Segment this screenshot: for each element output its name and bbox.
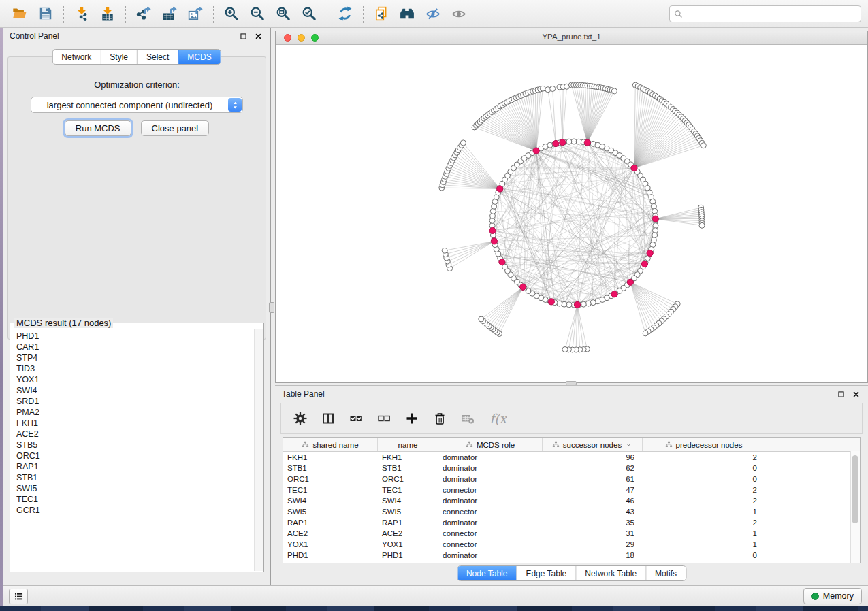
delete-button[interactable] <box>433 412 447 425</box>
show-all-button[interactable] <box>446 3 472 24</box>
table-row[interactable]: SWI4SWI4dominator462 <box>283 495 860 506</box>
mcds-result-item[interactable]: YOX1 <box>16 374 254 385</box>
close-panel-button[interactable]: Close panel <box>141 120 210 136</box>
memory-button[interactable]: Memory <box>803 588 862 604</box>
find-button[interactable] <box>394 3 420 24</box>
table-cell: 31 <box>543 529 643 538</box>
zoom-in-icon <box>224 6 239 21</box>
column-header-successor-nodes[interactable]: successor nodes <box>543 438 643 451</box>
column-header-name[interactable]: name <box>378 438 438 451</box>
clone-network-button[interactable] <box>368 3 394 24</box>
task-history-button[interactable] <box>9 589 28 604</box>
hide-selected-button[interactable] <box>420 3 446 24</box>
mcds-result-item[interactable]: STB1 <box>16 472 254 483</box>
table-cell: SWI4 <box>283 497 378 505</box>
mcds-result-scrollbar[interactable] <box>254 329 263 571</box>
control-panel-float-button[interactable] <box>238 31 248 42</box>
memory-label: Memory <box>823 591 854 601</box>
gear-button[interactable] <box>293 412 307 425</box>
deselect-all-button[interactable] <box>377 412 391 425</box>
tab-mcds[interactable]: MCDS <box>178 50 220 64</box>
table-cell: 0 <box>643 475 765 483</box>
import-table-button[interactable] <box>95 3 120 24</box>
mcds-result-item[interactable]: TID3 <box>16 363 254 374</box>
table-cell: 0 <box>643 464 765 472</box>
table-row[interactable]: SWI5SWI5connector431 <box>283 506 860 517</box>
tab-style[interactable]: Style <box>100 50 137 64</box>
export-image-button[interactable] <box>182 3 208 24</box>
find-icon <box>400 6 415 21</box>
mcds-result-item[interactable]: PMA2 <box>16 407 254 418</box>
mcds-result-title: MCDS result (17 nodes) <box>14 318 113 328</box>
save-session-button[interactable] <box>33 3 59 24</box>
open-file-button[interactable] <box>7 3 33 24</box>
search-input[interactable] <box>686 8 857 19</box>
columns-button[interactable] <box>321 412 335 425</box>
tab-node-table[interactable]: Node Table <box>457 566 517 580</box>
apply-layout-button[interactable] <box>332 3 358 24</box>
mcds-result-group: MCDS result (17 nodes) PHD1CAR1STP4TID3Y… <box>10 318 264 572</box>
zoom-selected-button[interactable] <box>296 3 322 24</box>
select-all-button[interactable] <box>349 412 363 425</box>
add-button[interactable] <box>405 412 419 425</box>
tab-edge-table[interactable]: Edge Table <box>516 566 575 580</box>
mcds-result-item[interactable]: RAP1 <box>16 461 254 472</box>
tab-select[interactable]: Select <box>137 50 178 64</box>
tab-network-table[interactable]: Network Table <box>575 566 645 580</box>
table-row[interactable]: TEC1TEC1connector472 <box>283 484 860 495</box>
mcds-result-item[interactable]: FKH1 <box>16 418 254 429</box>
mcds-result-item[interactable]: CAR1 <box>16 342 254 352</box>
table-cell: 1 <box>643 508 765 516</box>
vertical-splitter-grip[interactable] <box>269 302 274 313</box>
table-cell: ACE2 <box>378 529 438 538</box>
optimization-criterion-select[interactable]: largest connected component (undirected) <box>31 97 243 113</box>
column-header-predecessor-nodes[interactable]: predecessor nodes <box>643 438 765 451</box>
tab-motifs[interactable]: Motifs <box>645 566 686 580</box>
mcds-result-item[interactable]: STB5 <box>16 440 254 450</box>
table-row[interactable]: ACE2ACE2connector311 <box>283 528 860 539</box>
function-button: f(x) <box>489 410 507 427</box>
mcds-result-item[interactable]: SWI4 <box>16 385 254 396</box>
export-table-button[interactable] <box>157 3 182 24</box>
mcds-result-item[interactable]: ACE2 <box>16 429 254 440</box>
table-cell: 47 <box>543 486 643 494</box>
apply-layout-icon <box>338 6 353 21</box>
import-network-button[interactable] <box>69 3 95 24</box>
table-cell: dominator <box>438 464 543 472</box>
mcds-result-item[interactable]: STP4 <box>16 352 254 363</box>
table-panel-close-button[interactable] <box>851 389 861 399</box>
table-row[interactable]: FKH1FKH1dominator962 <box>283 452 860 463</box>
table-cell: dominator <box>438 518 543 527</box>
table-cell: 1 <box>643 540 765 548</box>
table-row[interactable]: RAP1RAP1dominator352 <box>283 517 860 528</box>
column-header-MCDS-role[interactable]: MCDS role <box>438 438 543 451</box>
table-row[interactable]: YOX1YOX1connector291 <box>283 539 860 550</box>
mcds-result-item[interactable]: ORC1 <box>16 450 254 461</box>
tree-icon <box>466 441 473 448</box>
zoom-fit-button[interactable] <box>270 3 296 24</box>
table-row[interactable]: ORC1ORC1dominator610 <box>283 474 860 484</box>
mcds-result-item[interactable]: PHD1 <box>16 331 254 342</box>
table-scrollbar-thumb[interactable] <box>852 455 858 523</box>
column-label: name <box>398 441 418 449</box>
mcds-result-item[interactable]: TEC1 <box>16 494 254 505</box>
run-mcds-button[interactable]: Run MCDS <box>65 120 131 136</box>
network-canvas[interactable] <box>276 44 867 382</box>
zoom-out-button[interactable] <box>244 3 270 24</box>
control-panel-close-button[interactable] <box>253 31 263 42</box>
table-scrollbar[interactable] <box>850 451 860 563</box>
table-cell: connector <box>438 486 543 494</box>
table-panel-float-button[interactable] <box>836 389 846 399</box>
tab-network[interactable]: Network <box>52 50 100 64</box>
table-row[interactable]: STB1STB1dominator620 <box>283 463 860 474</box>
column-header-shared-name[interactable]: shared name <box>283 438 378 451</box>
zoom-in-button[interactable] <box>219 3 244 24</box>
control-panel-titlebar: Control Panel <box>3 28 270 44</box>
search-box <box>669 5 861 22</box>
toolbar-separator <box>363 5 364 23</box>
mcds-result-item[interactable]: SRD1 <box>16 396 254 407</box>
mcds-result-item[interactable]: SWI5 <box>16 483 254 494</box>
export-network-button[interactable] <box>131 3 157 24</box>
table-row[interactable]: PHD1PHD1dominator180 <box>283 550 860 561</box>
mcds-result-item[interactable]: GCR1 <box>16 505 254 516</box>
